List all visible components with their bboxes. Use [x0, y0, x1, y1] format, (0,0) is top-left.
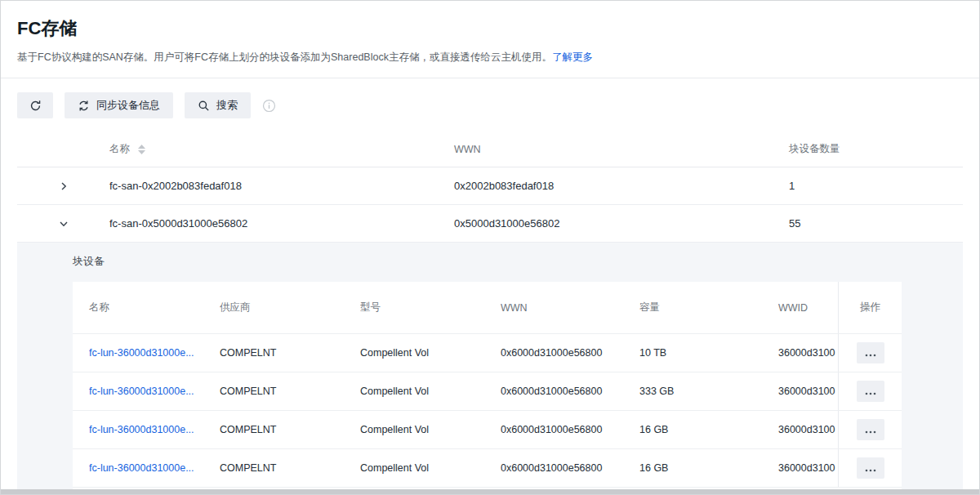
sync-devices-label: 同步设备信息: [96, 98, 160, 113]
lun-wwid: 36000d3100: [778, 424, 838, 435]
lun-wwn: 0x6000d31000e56800: [501, 347, 639, 359]
san-name: fc-san-0x2002b083fedaf018: [109, 180, 242, 192]
san-wwn: 0x2002b083fedaf018: [454, 180, 789, 192]
lun-link[interactable]: fc-lun-36000d31000e...: [89, 386, 194, 397]
page-title: FC存储: [17, 16, 963, 42]
lun-capacity: 16 GB: [639, 424, 778, 435]
page-header: FC存储 基于FC协议构建的SAN存储。用户可将FC存储上划分的块设备添加为Sh…: [1, 1, 979, 65]
ellipsis-icon: [865, 462, 876, 475]
lun-link[interactable]: fc-lun-36000d31000e...: [89, 462, 194, 474]
lun-vendor: COMPELNT: [220, 347, 360, 359]
san-table-header: 名称 WWN 块设备数量: [17, 132, 963, 167]
lun-capacity: 333 GB: [639, 386, 778, 397]
ellipsis-icon: [865, 386, 876, 398]
lun-model: Compellent Vol: [360, 347, 501, 359]
description-text: 基于FC协议构建的SAN存储。用户可将FC存储上划分的块设备添加为SharedB…: [17, 51, 552, 63]
lun-wwid: 36000d3100: [778, 386, 838, 397]
search-label: 搜索: [216, 98, 238, 113]
lun-vendor: COMPELNT: [220, 462, 360, 474]
block-device-row: fc-lun-36000d31000e... COMPELNT Compelle…: [73, 411, 902, 449]
san-block-count: 55: [789, 217, 963, 230]
chevron-right-icon[interactable]: [59, 181, 69, 191]
block-device-row: fc-lun-36000d31000e... COMPELNT Compelle…: [73, 334, 902, 372]
col-header-capacity: 容量: [639, 301, 778, 314]
sync-icon: [78, 100, 90, 112]
block-devices-label: 块设备: [73, 254, 963, 269]
san-name: fc-san-0x5000d31000e56802: [109, 217, 247, 230]
toolbar: 同步设备信息 搜索: [1, 78, 979, 132]
page-description: 基于FC协议构建的SAN存储。用户可将FC存储上划分的块设备添加为SharedB…: [17, 50, 963, 65]
refresh-icon: [29, 100, 42, 112]
row-actions-button[interactable]: [857, 381, 884, 402]
lun-wwid: 36000d3100: [778, 462, 838, 474]
san-row-expanded[interactable]: fc-san-0x5000d31000e56802 0x5000d31000e5…: [17, 205, 963, 243]
chevron-down-icon[interactable]: [59, 219, 69, 229]
block-device-row: fc-lun-36000d31000e... COMPELNT Compelle…: [73, 449, 902, 488]
lun-model: Compellent Vol: [360, 462, 501, 474]
expanded-panel: 块设备 名称 供应商 型号 WWN 容量 WWID 操作 fc-lun-3600…: [17, 243, 963, 491]
ellipsis-icon: [865, 347, 876, 359]
column-header-wwn: WWN: [454, 144, 789, 155]
lun-vendor: COMPELNT: [220, 386, 360, 397]
lun-vendor: COMPELNT: [220, 424, 360, 435]
block-table-header: 名称 供应商 型号 WWN 容量 WWID 操作: [73, 282, 902, 334]
column-header-name: 名称: [109, 142, 454, 156]
lun-wwid: 36000d3100: [778, 347, 838, 359]
lun-capacity: 16 GB: [639, 462, 778, 474]
column-header-count: 块设备数量: [789, 142, 963, 156]
lun-model: Compellent Vol: [360, 424, 501, 435]
block-device-row: fc-lun-36000d31000e... COMPELNT Compelle…: [73, 372, 902, 411]
horizontal-scrollbar[interactable]: [1, 489, 979, 494]
lun-wwn: 0x6000d31000e56800: [501, 424, 639, 435]
col-header-name: 名称: [73, 301, 220, 314]
search-button[interactable]: 搜索: [185, 92, 251, 118]
col-header-model: 型号: [360, 301, 501, 314]
learn-more-link[interactable]: 了解更多: [552, 51, 593, 63]
block-devices-table: 名称 供应商 型号 WWN 容量 WWID 操作 fc-lun-36000d31…: [73, 282, 902, 491]
sync-devices-button[interactable]: 同步设备信息: [65, 92, 173, 118]
row-actions-button[interactable]: [857, 342, 884, 363]
san-block-count: 1: [789, 180, 963, 192]
sort-icon[interactable]: [138, 145, 145, 154]
refresh-button[interactable]: [17, 92, 53, 118]
san-wwn: 0x5000d31000e56802: [454, 217, 789, 230]
info-icon[interactable]: [262, 99, 276, 113]
row-actions-button[interactable]: [857, 457, 884, 479]
lun-capacity: 10 TB: [639, 347, 778, 359]
san-row-collapsed[interactable]: fc-san-0x2002b083fedaf018 0x2002b083feda…: [17, 167, 963, 205]
ellipsis-icon: [865, 424, 876, 436]
lun-link[interactable]: fc-lun-36000d31000e...: [89, 347, 194, 359]
fc-storage-page: FC存储 基于FC协议构建的SAN存储。用户可将FC存储上划分的块设备添加为Sh…: [0, 0, 980, 495]
search-icon: [198, 100, 210, 112]
col-header-op: 操作: [838, 282, 902, 333]
lun-link[interactable]: fc-lun-36000d31000e...: [89, 424, 194, 435]
col-header-wwn: WWN: [501, 302, 639, 314]
col-header-wwid: WWID: [778, 302, 838, 314]
row-actions-button[interactable]: [857, 419, 884, 440]
col-header-vendor: 供应商: [220, 301, 360, 314]
name-header-label: 名称: [109, 142, 130, 156]
lun-wwn: 0x6000d31000e56800: [501, 386, 639, 397]
lun-wwn: 0x6000d31000e56800: [501, 462, 639, 474]
lun-model: Compellent Vol: [360, 386, 501, 397]
